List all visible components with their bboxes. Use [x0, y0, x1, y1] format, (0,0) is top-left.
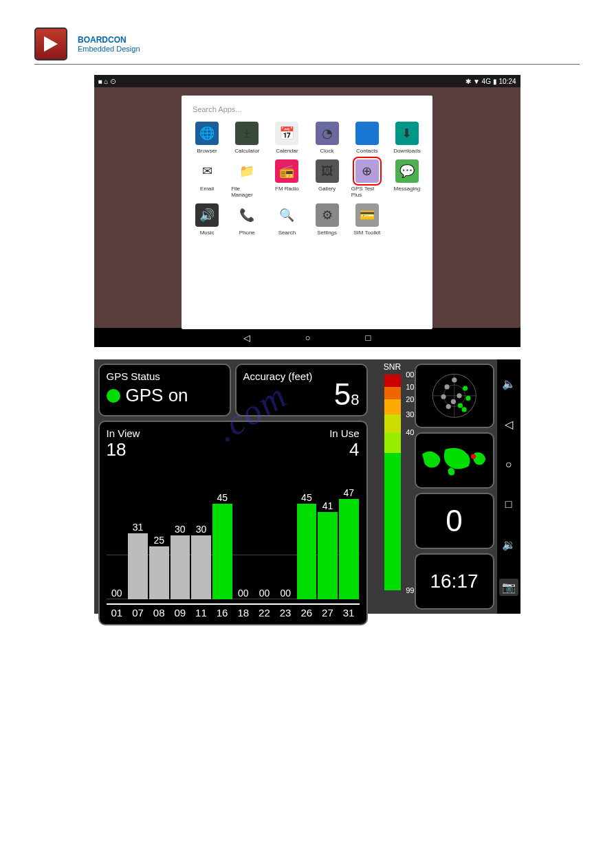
app-icon: 🔍 — [275, 203, 298, 227]
status-right: ✱ ▼ 4G ▮ 10:24 — [465, 78, 516, 85]
back-button[interactable]: ◁ — [243, 333, 250, 343]
app-email[interactable]: ✉Email — [190, 158, 224, 199]
bar-value: 45 — [301, 492, 312, 503]
home-button[interactable]: ○ — [305, 333, 311, 343]
snr-tick: 30 — [406, 410, 414, 419]
sat-bar-11: 30 — [191, 524, 211, 599]
gps-status-title: GPS Status — [107, 370, 223, 382]
app-phone[interactable]: 📞Phone — [230, 202, 264, 237]
app-contacts[interactable]: 👤Contacts — [350, 120, 384, 155]
app-fm-radio[interactable]: 📻FM Radio — [270, 158, 304, 199]
bar-fill — [212, 504, 232, 600]
app-downloads[interactable]: ⬇Downloads — [390, 120, 424, 155]
system-nav-bar: 🔈◁○□🔉📷 — [497, 359, 520, 614]
svg-point-10 — [463, 386, 468, 390]
app-search[interactable]: 🔍Search — [270, 202, 304, 237]
bar-x-label: 01 — [111, 607, 122, 619]
app-browser[interactable]: 🌐Browser — [190, 120, 224, 155]
svg-point-8 — [450, 399, 455, 404]
app-icon: 📅 — [275, 122, 298, 145]
app-label: Downloads — [393, 148, 421, 154]
speed-card[interactable]: 0 — [415, 493, 494, 549]
app-file-manager[interactable]: 📁File Manager — [230, 158, 264, 199]
app-icon: 💬 — [395, 159, 419, 183]
app-gps-test-plus[interactable]: ⊕GPS Test Plus — [350, 158, 384, 199]
app-settings[interactable]: ⚙Settings — [310, 202, 344, 237]
bar-x-label: 31 — [343, 607, 355, 619]
search-apps-input[interactable]: Search Apps... — [190, 101, 424, 120]
world-map-card[interactable] — [415, 432, 494, 489]
app-drawer: Search Apps... 🌐Browser±Calculator📅Calen… — [182, 96, 432, 329]
app-label: Messaging — [394, 186, 421, 192]
sysnav-4[interactable]: 🔉 — [502, 538, 516, 551]
app-clock[interactable]: ◔Clock — [310, 120, 344, 155]
sat-bar-18: 00 — [234, 588, 254, 599]
page-header: BOARDCON Embedded Design — [34, 27, 580, 65]
snr-tick: 99 — [406, 586, 414, 594]
svg-point-4 — [452, 377, 457, 382]
in-view-label: In View — [107, 427, 140, 439]
app-messaging[interactable]: 💬Messaging — [390, 158, 424, 199]
app-label: Clock — [320, 148, 334, 154]
bar-value: 41 — [322, 500, 333, 511]
app-icon: 📞 — [235, 203, 259, 227]
bar-value: 30 — [196, 524, 207, 535]
app-icon: ✉ — [195, 159, 219, 183]
bar-x-label: 22 — [259, 607, 270, 619]
bar-value: 00 — [259, 588, 270, 599]
svg-point-6 — [441, 394, 446, 399]
gps-status-card[interactable]: GPS Status GPS on — [98, 364, 231, 416]
nav-bar: ◁ ○ □ — [94, 328, 520, 347]
app-icon: 💳 — [355, 203, 379, 227]
bar-fill — [191, 535, 211, 599]
snr-tick: 00 — [406, 370, 414, 379]
bar-value: 45 — [217, 492, 228, 503]
bar-value: 25 — [153, 535, 164, 546]
accuracy-card[interactable]: Accuracy (feet) 58 — [235, 364, 368, 416]
app-label: Settings — [317, 230, 337, 236]
app-icon: ◔ — [316, 122, 339, 145]
svg-point-15 — [471, 454, 476, 459]
app-icon: 🖼 — [316, 159, 339, 183]
sat-bar-09: 30 — [171, 524, 190, 599]
speed-value: 0 — [446, 504, 462, 538]
sat-bar-31: 47 — [339, 487, 359, 599]
sysnav-1[interactable]: ◁ — [505, 418, 513, 431]
app-label: SIM Toolkit — [353, 230, 380, 236]
svg-point-12 — [458, 403, 463, 408]
time-card[interactable]: 16:17 — [415, 553, 494, 610]
sat-bar-26: 45 — [297, 492, 317, 600]
app-icon: ± — [235, 122, 259, 145]
bar-fill — [128, 533, 148, 599]
sysnav-0[interactable]: 🔈 — [502, 377, 516, 390]
app-calendar[interactable]: 📅Calendar — [270, 120, 304, 155]
sat-bar-27: 41 — [318, 500, 338, 599]
snr-tick: 10 — [406, 383, 414, 391]
app-sim-toolkit[interactable]: 💳SIM Toolkit — [350, 202, 384, 237]
bar-x-label: 18 — [237, 607, 249, 619]
app-label: Email — [200, 186, 214, 192]
bar-value: 00 — [280, 588, 291, 599]
sysnav-3[interactable]: □ — [505, 498, 512, 511]
bar-x-label: 09 — [174, 607, 186, 619]
bar-value: 00 — [111, 588, 122, 599]
sysnav-2[interactable]: ○ — [505, 458, 512, 471]
app-label: Calendar — [276, 148, 298, 154]
sat-bar-08: 25 — [149, 535, 169, 600]
svg-point-9 — [446, 404, 450, 409]
bar-x-label: 07 — [132, 607, 144, 619]
accuracy-int: 5 — [334, 377, 351, 411]
app-music[interactable]: 🔊Music — [190, 202, 224, 237]
app-calculator[interactable]: ±Calculator — [230, 120, 264, 155]
in-use-value: 4 — [329, 439, 359, 460]
time-value: 16:17 — [430, 570, 478, 592]
snr-bars-card[interactable]: In View18 In Use4 0031253030450000004541… — [98, 421, 368, 625]
skyplot-card[interactable] — [415, 364, 494, 428]
app-label: FM Radio — [275, 186, 299, 192]
app-label: File Manager — [231, 186, 263, 198]
recent-button[interactable]: □ — [366, 333, 371, 343]
sysnav-5[interactable]: 📷 — [499, 579, 518, 596]
gps-test-screenshot: GPS Status GPS on Accuracy (feet) 58 In … — [94, 359, 520, 614]
bar-value: 00 — [238, 588, 249, 599]
app-gallery[interactable]: 🖼Gallery — [310, 158, 344, 199]
